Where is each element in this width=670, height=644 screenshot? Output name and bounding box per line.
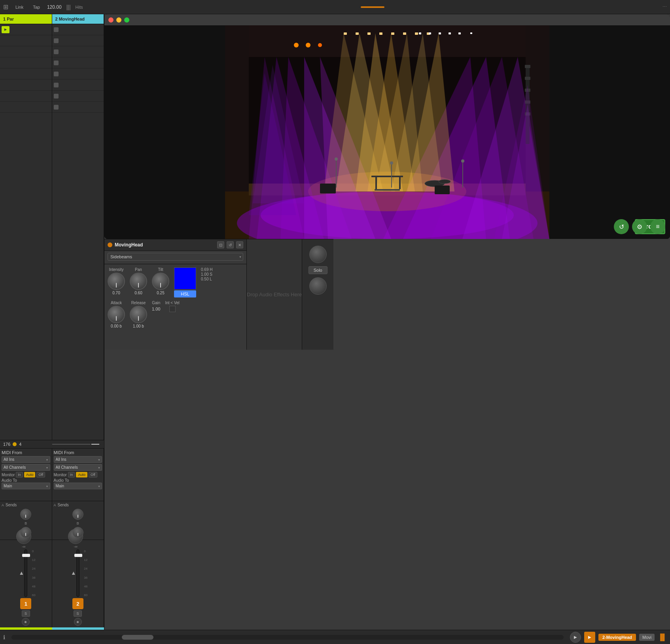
tap-button[interactable]: Tap [30,4,42,10]
refresh-icon-btn[interactable]: ↺ [614,219,629,234]
clip-block-gray[interactable] [54,94,59,98]
tilt-knob[interactable] [152,273,169,290]
arm-btn-2[interactable]: ⏺ [74,618,82,626]
scroll-bar[interactable] [11,635,564,640]
audio-to-select-1[interactable]: Main [2,483,50,489]
int-vel-checkbox[interactable] [169,306,176,312]
intensity-knob[interactable] [108,273,125,290]
clip-block-gray[interactable] [54,72,59,76]
plugin-title-text: MovingHead [115,242,143,248]
scroll-thumb[interactable] [122,635,153,640]
monitor-label-1: Monitor [2,473,15,477]
fader-thumb-2[interactable] [74,554,82,557]
monitor-auto-btn-2[interactable]: Auto [76,472,87,477]
plugin-icon-1[interactable]: ⊡ [217,241,224,248]
channel-num-2[interactable]: 2 [72,598,83,609]
audio-to-select-2[interactable]: Main [54,483,102,489]
clip-row [0,80,52,91]
fader-scale-1: 0 12 24 36 48 60 [32,549,36,597]
track-col-2 [52,24,104,440]
solo-btn-1[interactable]: S [22,610,30,617]
channel-num-1[interactable]: 1 [20,598,31,609]
svg-rect-26 [356,32,359,35]
chart-icon[interactable]: ▐▌ [658,634,667,641]
arm-btn-1[interactable]: ⏺ [22,618,30,626]
fader-arrow-1[interactable] [20,572,23,575]
play-button-bottom[interactable]: ▶ [570,632,581,643]
monitor-in-btn-1[interactable]: In [16,472,23,477]
channel-count: 4 [19,442,21,447]
track-header-2[interactable]: 2 MovingHead [52,14,104,24]
h-value: 0.69 H [201,267,212,272]
hsl-button[interactable]: HSL [174,290,196,297]
svg-rect-39 [371,176,403,177]
plugin-titlebar: MovingHead ⊡ ↺ ✕ [104,239,246,251]
monitor-off-btn-1[interactable]: Off [36,472,45,477]
monitor-in-btn-2[interactable]: In [68,472,75,477]
intensity-label: Intensity [109,267,123,272]
sends-knob-a-2[interactable] [72,509,83,520]
settings-icon-btn[interactable]: ⚙ [632,219,647,234]
clip-block-gray[interactable] [54,105,59,110]
stage-area-wrapper: Front ↺ ⚙ ≡ MovingH [104,14,670,630]
menu-icon-btn[interactable]: ≡ [650,219,665,234]
plugin-icon-3[interactable]: ✕ [236,241,243,248]
level-bar-active [91,444,99,445]
track-name-badge[interactable]: 2-MovingHead [598,634,636,641]
clip-block-gray[interactable] [54,49,59,54]
clip-block-gray[interactable] [54,27,59,32]
clip-row [52,46,104,57]
svg-rect-41 [399,177,401,189]
plugin-icon-2[interactable]: ↺ [227,241,234,248]
all-ins-select-2[interactable]: All Ins [54,456,102,463]
clip-row [0,57,52,68]
fader-track-1[interactable] [24,549,27,597]
svg-rect-1 [225,25,549,57]
pan-knob[interactable] [130,273,147,290]
solo-btn-2[interactable]: S [74,610,82,617]
clip-block-gray[interactable] [54,38,59,43]
monitor-off-btn-2[interactable]: Off [89,472,97,477]
clip-block-gray[interactable] [54,83,59,87]
monitor-auto-btn-1[interactable]: Auto [24,472,36,477]
attack-value: 0.00 b [111,324,122,328]
close-dot[interactable] [108,17,114,23]
hsl-values: 0.69 H 1.00 S 0.50 L [201,267,212,281]
audio-to-label-1: Audio To [2,478,50,483]
color-swatch[interactable] [174,267,196,290]
all-channels-select-1[interactable]: All Channels [2,464,50,471]
minimize-dot[interactable] [116,17,121,23]
track-arrow-icon[interactable]: ▶ [584,632,595,643]
sends-knob-a-1[interactable] [20,509,31,520]
clip-row [52,57,104,68]
preset-select[interactable]: Sidebeams [108,253,243,261]
grid-icon[interactable]: ⊞ [3,3,8,11]
spacer-2 [54,491,102,499]
release-knob[interactable] [130,306,147,323]
fader-section: -∞ 0 12 24 36 48 6 [0,540,104,627]
svg-rect-52 [435,186,450,194]
link-button[interactable]: Link [13,4,26,10]
fader-thumb-1[interactable] [22,554,30,557]
movi-label[interactable]: Movi [639,634,655,641]
right-knob-bottom[interactable] [309,277,327,295]
all-ins-select-1[interactable]: All Ins [2,456,50,463]
fader-arrow-2[interactable] [72,572,75,575]
solo-button[interactable]: Solo [309,266,327,274]
fader-track-2[interactable] [76,549,79,597]
hits-label: Hits [76,5,83,9]
clip-block-active[interactable]: ▶ [2,26,9,33]
bars-icon: ||| [66,4,71,10]
right-knob-top[interactable] [309,246,327,263]
attack-knob[interactable] [108,306,125,323]
maximize-dot[interactable] [124,17,129,23]
sends-label-2: Sends [58,503,69,507]
clip-block-gray[interactable] [54,61,59,65]
svg-point-48 [390,161,393,165]
all-channels-select-2[interactable]: All Channels [54,464,102,471]
sends-knob-b-2[interactable] [72,527,83,538]
track-header-1[interactable]: 1 Par [0,14,52,24]
stage-icon-controls: ↺ ⚙ ≡ [614,219,665,234]
clip-row [0,91,52,102]
pan-param: Pan 0.60 [130,267,147,295]
